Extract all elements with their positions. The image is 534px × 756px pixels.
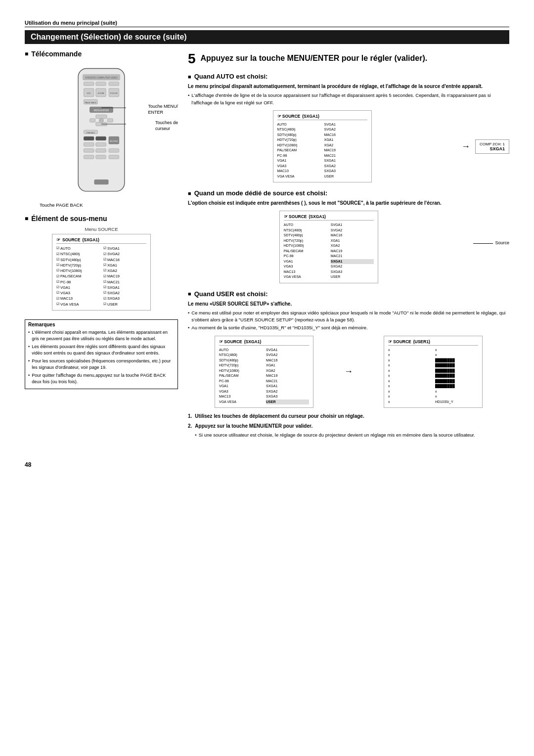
svg-text:PRESET: PRESET bbox=[87, 132, 95, 134]
svg-rect-34 bbox=[109, 155, 119, 159]
source-columns: ☑AUTO ☑NTSC(480i) ☑SDTV(480p) ☑HDTV(720p… bbox=[56, 246, 146, 307]
source-item: ☑SDTV(480p) bbox=[56, 257, 99, 263]
source-item: ☑MAC13 bbox=[56, 296, 99, 301]
user-source-title-right: ☞ SOURCE(USER1) bbox=[388, 339, 478, 346]
numbered-item-2-bullet: • Si une source utilisateur est choisie,… bbox=[195, 432, 475, 439]
svg-rect-30 bbox=[96, 149, 106, 153]
source-item: ☑SXGA3 bbox=[103, 296, 146, 301]
numbered-item-1: 1. Utilisez les touches de déplacement d… bbox=[188, 413, 509, 420]
ch-display-box: COMP 2 CH: 1 SXGA1 bbox=[475, 139, 509, 154]
quand-user-section: Quand USER est choisi: Le menu «USER SOU… bbox=[188, 290, 509, 440]
quand-dedie-section: Quand un mode dédié de source est choisi… bbox=[188, 189, 509, 283]
quand-auto-bullet: • L'affichage d'entrée de ligne et de la… bbox=[188, 92, 509, 106]
user-col-right: SVGA1SVGA2MAC16XGA1XGA2 MAC19MAC21SXGA1S… bbox=[266, 348, 309, 405]
dedie-col-left: AUTONTSC(480i)SDTV(480p)HDTV(720p)HDTV(1… bbox=[284, 222, 327, 280]
source-box-sousmenu: ☞ SOURCE (SXGA1) ☑AUTO ☑NTSC(480i) ☑SDTV… bbox=[52, 234, 151, 311]
remarques-item-2: • Les éléments pouvant être réglés sont … bbox=[28, 344, 175, 357]
source-item: ☑PC-98 bbox=[56, 279, 99, 285]
source-item: ☑MAC16 bbox=[103, 257, 146, 263]
source-item: ☑VGA1 bbox=[56, 285, 99, 290]
quand-auto-bold: Le menu principal disparaît automatiquem… bbox=[188, 83, 509, 90]
step5-heading: 5 Appuyez sur la touche MENU/ENTER pour … bbox=[188, 50, 509, 68]
auto-source-title: ☞ SOURCE(SXGA1) bbox=[277, 114, 367, 120]
user-source-cols-left: AUTONTSC(480i)SDTV(480p)HDTV(720p)HDTV(1… bbox=[219, 348, 309, 405]
sous-menu-label: Élément de sous-menu bbox=[31, 215, 107, 222]
section-title-bar: Changement (Sélection) de source (suite) bbox=[25, 30, 509, 44]
source-item: ☑NTSC(480i) bbox=[56, 251, 99, 257]
svg-rect-3 bbox=[84, 82, 94, 86]
auto-col-left: AUTONTSC(480i)SDTV(480p)HDTV(720p)HDTV(1… bbox=[277, 122, 320, 179]
user-source-title-left: ☞ SOURCE(SXGA1) bbox=[219, 339, 309, 346]
source-box-title: ☞ SOURCE (SXGA1) bbox=[56, 237, 146, 244]
source-item: ☑VGA VESA bbox=[56, 302, 99, 307]
quand-user-bullet1: • Ce menu est utilisé pour noter et empl… bbox=[188, 310, 509, 324]
user-source-box-left: ☞ SOURCE(SXGA1) AUTONTSC(480i)SDTV(480p)… bbox=[215, 336, 313, 408]
auto-screen-row: ☞ SOURCE(SXGA1) AUTONTSC(480i)SDTV(480p)… bbox=[188, 110, 509, 183]
source-item: ☑SXGA1 bbox=[103, 285, 146, 290]
step-number: 5 bbox=[188, 51, 196, 66]
touche-page-back-label: Touche PAGE BACK bbox=[40, 202, 178, 208]
svg-rect-18 bbox=[90, 119, 95, 123]
source-item: ☑MAC21 bbox=[103, 279, 146, 285]
utilisation-header: Utilisation du menu principal (suite) bbox=[25, 20, 509, 27]
svg-text:ZOOM: ZOOM bbox=[98, 92, 104, 94]
main-content: Télécommande OPERATE COMPUTER VIDEO VOL … bbox=[25, 50, 509, 446]
user-source-box-right: ☞ SOURCE(USER1) xxxxx xxxxxx xx ████████… bbox=[384, 336, 483, 408]
menu-source-label: Menu SOURCE bbox=[25, 226, 178, 232]
svg-rect-26 bbox=[96, 142, 106, 146]
remarques-item-1: • L'élément choisi apparaît en magenta. … bbox=[28, 329, 175, 343]
source-item: ☑XGA1 bbox=[103, 263, 146, 268]
user-right-col-right: xx ████████████████████████ ████████████… bbox=[435, 348, 478, 405]
source-annotation-label: Source bbox=[495, 240, 509, 245]
telecommande-heading: Télécommande bbox=[25, 50, 178, 58]
telecommande-label: Télécommande bbox=[31, 50, 82, 58]
left-column: Télécommande OPERATE COMPUTER VIDEO VOL … bbox=[25, 50, 178, 389]
svg-rect-32 bbox=[84, 155, 94, 159]
remote-illustration: OPERATE COMPUTER VIDEO VOL ZOOM FOCUS PA… bbox=[25, 62, 178, 200]
svg-rect-0 bbox=[78, 68, 125, 191]
numbered-list: 1. Utilisez les touches de déplacement d… bbox=[188, 413, 509, 440]
svg-text:OPERATE  COMPUTER  VIDEO: OPERATE COMPUTER VIDEO bbox=[85, 77, 118, 79]
dedie-screen-row: ☞ SOURCE(SXGA1) AUTONTSC(480i)SDTV(480p)… bbox=[188, 211, 509, 283]
touches-curseur-annotation: Touches de curseur bbox=[155, 120, 178, 132]
source-annotation: Source bbox=[473, 240, 509, 245]
svg-rect-4 bbox=[96, 82, 106, 86]
remarques-title: Remarques bbox=[28, 322, 175, 327]
source-col-left: ☑AUTO ☑NTSC(480i) ☑SDTV(480p) ☑HDTV(720p… bbox=[56, 246, 99, 307]
user-source-cols-right: xxxxx xxxxxx xx ████████████████████████… bbox=[388, 348, 478, 405]
svg-rect-5 bbox=[109, 82, 119, 86]
source-annotation-line bbox=[473, 243, 493, 244]
dedie-source-box: ☞ SOURCE(SXGA1) AUTONTSC(480i)SDTV(480p)… bbox=[279, 211, 378, 283]
step5-text: Appuyez sur la touche MENU/ENTER pour le… bbox=[200, 54, 427, 62]
source-item: ☑XGA2 bbox=[103, 268, 146, 273]
svg-text:MUTING: MUTING bbox=[110, 140, 118, 142]
source-item: ☑SXGA2 bbox=[103, 290, 146, 296]
quand-user-label: Quand USER est choisi: bbox=[194, 290, 268, 298]
svg-rect-29 bbox=[84, 149, 94, 153]
svg-rect-31 bbox=[109, 149, 119, 153]
source-item: ☑MAC19 bbox=[103, 273, 146, 279]
auto-source-cols: AUTONTSC(480i)SDTV(480p)HDTV(720p)HDTV(1… bbox=[277, 122, 367, 179]
source-item: ☑HDTV(720p) bbox=[56, 263, 99, 268]
svg-rect-24 bbox=[96, 136, 106, 140]
quand-user-heading: Quand USER est choisi: bbox=[188, 290, 509, 298]
svg-rect-23 bbox=[84, 136, 94, 140]
quand-dedie-bold: L'option choisie est indiquée entre pare… bbox=[188, 200, 509, 207]
svg-rect-35 bbox=[94, 179, 108, 184]
user-col-left: AUTONTSC(480i)SDTV(480p)HDTV(720p)HDTV(1… bbox=[219, 348, 262, 405]
svg-rect-25 bbox=[84, 142, 94, 146]
source-col-right: ☑SVGA1 ☑SVGA2 ☑MAC16 ☑XGA1 ☑XGA2 ☑MAC19 … bbox=[103, 246, 146, 307]
quand-auto-section: Quand AUTO est choisi: Le menu principal… bbox=[188, 73, 509, 182]
arrow-right-auto: → bbox=[461, 141, 470, 152]
remarques-item-3: • Pour les sources spécialisées (fréquen… bbox=[28, 358, 175, 371]
source-item: ☑AUTO bbox=[56, 246, 99, 251]
quand-auto-label: Quand AUTO est choisi: bbox=[194, 73, 268, 80]
svg-rect-33 bbox=[96, 155, 106, 159]
right-column: 5 Appuyez sur la touche MENU/ENTER pour … bbox=[188, 50, 509, 446]
annotation-line-curseur bbox=[101, 121, 131, 127]
annotation-line-menu bbox=[101, 105, 131, 111]
quand-dedie-label: Quand un mode dédié de source est choisi… bbox=[194, 189, 327, 197]
user-screen-row: ☞ SOURCE(SXGA1) AUTONTSC(480i)SDTV(480p)… bbox=[188, 336, 509, 408]
auto-source-box: ☞ SOURCE(SXGA1) AUTONTSC(480i)SDTV(480p)… bbox=[273, 110, 372, 183]
arrow-right-user: → bbox=[344, 366, 353, 377]
